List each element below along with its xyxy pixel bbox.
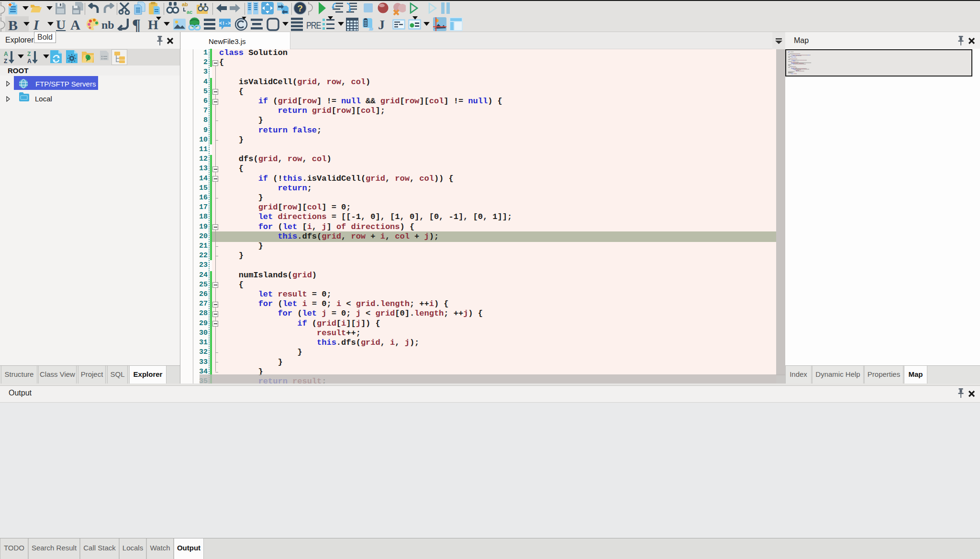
svg-text:ab: ab	[182, 2, 188, 7]
svg-text:ac: ac	[187, 9, 192, 15]
svg-text:Z: Z	[27, 51, 31, 57]
svg-text:?: ?	[297, 3, 303, 13]
svg-text:A: A	[4, 51, 8, 57]
svg-text:Z: Z	[4, 58, 7, 64]
svg-text:<!->: <!->	[219, 21, 231, 26]
svg-text:A: A	[27, 58, 32, 64]
